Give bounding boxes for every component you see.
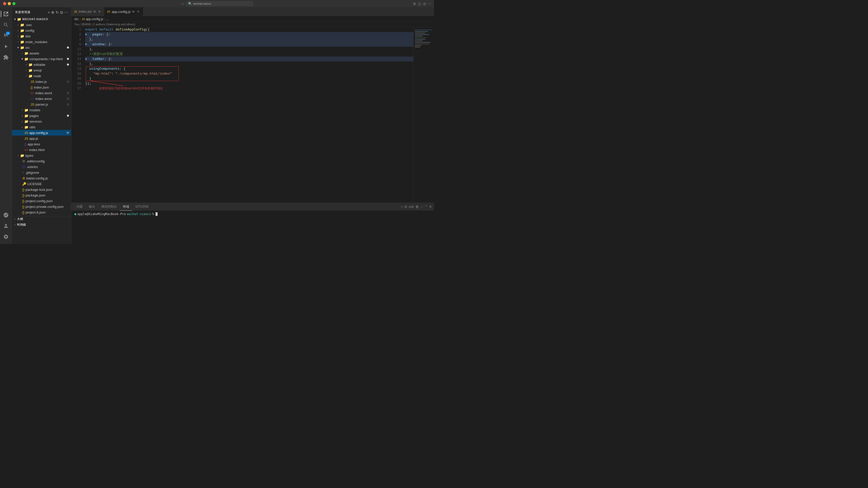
sidebar-item-project-tt[interactable]: › {} project.tt.json bbox=[12, 209, 71, 215]
sidebar-item-editable[interactable]: › 📁 editable bbox=[12, 62, 71, 67]
breadcrumb-dots[interactable]: ... bbox=[106, 17, 109, 21]
folder-arrow: ▼ bbox=[16, 45, 20, 50]
source-control-icon[interactable]: 14 bbox=[1, 30, 11, 41]
sidebar-item-license[interactable]: › 🔑 LICENSE bbox=[12, 181, 71, 187]
settings-icon[interactable] bbox=[1, 232, 11, 242]
close-panel-icon[interactable]: ✕ bbox=[429, 205, 432, 208]
tab-debug-console[interactable]: 调试控制台 bbox=[98, 203, 120, 211]
sidebar-item-app-js[interactable]: › JS app.js bbox=[12, 135, 71, 141]
tab-output[interactable]: 输出 bbox=[86, 203, 98, 211]
code-area[interactable]: export default defineAppConfig({ ► pages… bbox=[83, 27, 413, 203]
maximize-panel-icon[interactable]: ⌃ bbox=[425, 205, 428, 208]
code-line-12: //底部tab导航栏配置 bbox=[85, 52, 413, 57]
svg-rect-6 bbox=[415, 36, 423, 36]
js-file-icon: JS bbox=[24, 137, 28, 140]
trash-icon[interactable]: 🗑 bbox=[415, 205, 419, 208]
sidebar-item-utils[interactable]: › 📁 utils bbox=[12, 124, 71, 130]
explorer-icon[interactable] bbox=[1, 9, 11, 19]
tab-gitlens[interactable]: GITLENS bbox=[132, 203, 152, 211]
sidebar-item-emoji[interactable]: › 📁 emoji bbox=[12, 67, 71, 73]
tab-index-jsx[interactable]: JS index.jsx M ✕ bbox=[71, 7, 104, 16]
item-label: .eslintrc bbox=[27, 165, 71, 169]
sidebar-item-index-js[interactable]: › JS index.js U bbox=[12, 79, 71, 85]
sidebar-item-types[interactable]: › 📁 types bbox=[12, 153, 71, 158]
sidebar-item-project-private[interactable]: › {} project.private.config.json bbox=[12, 204, 71, 209]
sidebar-item-pages[interactable]: › 📁 pages bbox=[12, 113, 71, 119]
layout-icon[interactable]: ⊞ bbox=[413, 2, 416, 6]
minimize-button[interactable] bbox=[8, 2, 11, 5]
prompt-dot: ● bbox=[74, 212, 76, 216]
sidebar-item-app-less[interactable]: › {} app.less bbox=[12, 141, 71, 147]
sidebar-item-project-config[interactable]: › {} project.config.json bbox=[12, 198, 71, 204]
forward-button[interactable]: › bbox=[183, 2, 184, 6]
breadcrumb-file[interactable]: JS app.config.js bbox=[82, 17, 103, 21]
more-icon[interactable]: ··· bbox=[420, 205, 423, 208]
new-terminal-icon[interactable]: + bbox=[401, 205, 403, 208]
sidebar-item-services[interactable]: › 📁 services bbox=[12, 119, 71, 124]
breadcrumb-sep2: › bbox=[104, 17, 105, 21]
outline-section[interactable]: › 大纲 bbox=[12, 216, 71, 222]
folder-icon: 📁 bbox=[24, 120, 28, 123]
run-icon[interactable] bbox=[1, 41, 11, 52]
breadcrumb-src[interactable]: src bbox=[74, 17, 79, 21]
tab-app-config[interactable]: JS app.config.js M ✕ bbox=[104, 7, 143, 16]
terminal-content[interactable]: ● apple@XiakeMingMacBook-Pro wechat-xiao… bbox=[71, 211, 434, 244]
collapse-icon[interactable]: ⊟ bbox=[60, 10, 63, 14]
sidebar-item-swc[interactable]: › 📁 .swc bbox=[12, 22, 71, 28]
more-actions-icon[interactable]: ··· bbox=[64, 10, 68, 14]
sidebar-item-models[interactable]: › 📁 models bbox=[12, 107, 71, 113]
split-terminal-icon[interactable]: ⊟ bbox=[404, 205, 407, 208]
folder-arrow: › bbox=[24, 68, 28, 72]
account-icon[interactable] bbox=[1, 221, 11, 231]
folder-arrow: › bbox=[13, 217, 17, 221]
search-bar[interactable]: 🔍 wechat-xiaocx bbox=[186, 1, 253, 6]
line-numbers: 1 2 5 6 11 12 13 32 33 34 35 36 37 bbox=[71, 27, 83, 203]
sidebar-item-gitignore[interactable]: › ⑂ .gitignore bbox=[12, 170, 71, 175]
close-button[interactable] bbox=[3, 2, 6, 5]
item-label: .gitignore bbox=[25, 171, 71, 174]
settings-icon[interactable]: ◫ bbox=[418, 2, 421, 6]
extensions-icon[interactable] bbox=[1, 52, 11, 63]
project-root[interactable]: ▼ 📁 WECHAT-XIAOCX bbox=[12, 16, 71, 22]
refresh-icon[interactable]: ↻ bbox=[56, 10, 59, 14]
new-folder-icon[interactable]: ⊕ bbox=[51, 10, 55, 14]
sidebar-item-dist[interactable]: › 📁 dist bbox=[12, 33, 71, 39]
u-badge: U bbox=[67, 91, 71, 95]
sidebar-item-babel[interactable]: › ⚙ babel.config.js bbox=[12, 175, 71, 181]
timeline-section[interactable]: › 时间线 bbox=[12, 222, 71, 227]
tab-terminal[interactable]: 终端 bbox=[120, 203, 132, 211]
tab-close-button[interactable]: ✕ bbox=[136, 9, 140, 14]
sidebar-item-src[interactable]: ▼ 📁 src bbox=[12, 45, 71, 51]
breadcrumb: src › JS app.config.js › ... bbox=[71, 16, 434, 22]
sidebar-item-assets[interactable]: › 📁 assets bbox=[12, 51, 71, 56]
folder-icon: 📁 bbox=[28, 74, 33, 78]
sidebar-item-eslintrc[interactable]: › ⓪ .eslintrc bbox=[12, 164, 71, 170]
sidebar-item-index-html[interactable]: › <> index.html bbox=[12, 147, 71, 153]
split-icon[interactable]: ⊟ bbox=[423, 2, 426, 6]
eslint-icon: ⓪ bbox=[22, 164, 26, 169]
sidebar-item-node-modules[interactable]: › 📁 node_modules bbox=[12, 39, 71, 45]
sidebar-item-package-lock[interactable]: › {} package-lock.json bbox=[12, 187, 71, 192]
sidebar-item-config[interactable]: › 📁 config bbox=[12, 28, 71, 33]
back-button[interactable]: ‹ bbox=[181, 2, 182, 6]
more-icon[interactable]: ⋯ bbox=[428, 2, 431, 6]
sidebar-item-node[interactable]: › 📁 node bbox=[12, 73, 71, 79]
sidebar-item-index-json[interactable]: › {} index.json bbox=[12, 85, 71, 90]
editor-content[interactable]: 1 2 5 6 11 12 13 32 33 34 35 36 37 expor… bbox=[71, 27, 434, 203]
tab-problems[interactable]: 问题 bbox=[73, 203, 86, 211]
code-line-1: export default defineAppConfig({ bbox=[85, 27, 413, 32]
sidebar-item-parser-js[interactable]: › JS parser.js U bbox=[12, 101, 71, 107]
folder-arrow: › bbox=[20, 113, 24, 118]
sidebar-item-package-json[interactable]: › {} package.json bbox=[12, 192, 71, 198]
sidebar-item-app-config[interactable]: › JS app.config.js M bbox=[12, 130, 71, 135]
sidebar-item-index-wxml[interactable]: › <> index.wxml U bbox=[12, 90, 71, 96]
remote-icon[interactable] bbox=[1, 210, 11, 220]
new-file-icon[interactable]: + bbox=[48, 10, 50, 14]
sidebar-item-index-wxss[interactable]: › <> index.wxss U bbox=[12, 96, 71, 101]
sidebar-item-editorconfig[interactable]: › ⚙ .editorconfig bbox=[12, 158, 71, 164]
prompt-text: apple@XiakeMingMacBook-Pro bbox=[77, 212, 126, 216]
sidebar-item-components[interactable]: ▼ 📁 components / mp-html bbox=[12, 56, 71, 62]
maximize-button[interactable] bbox=[12, 2, 16, 5]
tab-close-button[interactable]: ✕ bbox=[97, 9, 101, 14]
search-icon[interactable] bbox=[1, 20, 11, 30]
